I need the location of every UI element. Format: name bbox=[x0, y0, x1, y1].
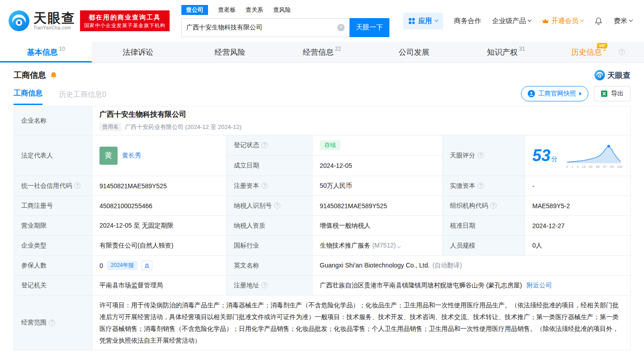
tab-history-info[interactable]: 历史信息 1 VIP bbox=[552, 42, 644, 62]
subtab-business-info[interactable]: 工商信息 bbox=[14, 89, 43, 105]
export-button[interactable]: 导出 bbox=[594, 86, 630, 101]
field-label-credit-code: 统一社会信用代码 bbox=[14, 176, 92, 196]
username-label: 费米 bbox=[614, 17, 627, 25]
field-value-paid-capital: - bbox=[525, 176, 631, 196]
chevron-down-icon bbox=[435, 18, 438, 22]
tab-basic-info[interactable]: 基本信息 10 bbox=[0, 42, 92, 62]
field-label-paid-capital: 实缴资本 bbox=[443, 176, 525, 196]
score-block: 53分 0 1 3 15 50 85 bbox=[532, 143, 623, 168]
slogan-line2: 国家中小企业发展子基金旗下机构 bbox=[84, 22, 166, 29]
score-distribution-chart: 0 1 3 15 50 85 97 99 100 bbox=[565, 143, 623, 168]
field-label-industry: 国标行业 bbox=[227, 236, 313, 256]
tab-company-development[interactable]: 公司发展 bbox=[368, 42, 460, 62]
tab-label: 经营风险 bbox=[215, 47, 246, 57]
search-area: 查公司 查老板 查关系 查风险 × 天眼一下 bbox=[181, 5, 389, 37]
logo-title: 天眼查 bbox=[33, 11, 76, 25]
help-icon[interactable] bbox=[478, 182, 484, 189]
search-tab-boss[interactable]: 查老板 bbox=[218, 6, 236, 14]
official-snapshot-button[interactable]: 工商官网快照 bbox=[521, 86, 588, 101]
tab-legal-proceedings[interactable]: 法律诉讼 bbox=[92, 42, 184, 62]
tianyancha-logo[interactable]: 天眼查 TianYanCha.com bbox=[8, 10, 76, 32]
user-menu[interactable]: 费米 bbox=[614, 17, 632, 25]
chevron-down-icon bbox=[528, 18, 531, 22]
search-tab-company[interactable]: 查公司 bbox=[181, 5, 208, 15]
field-label-taxpayer-id: 纳税人识别号 bbox=[227, 196, 313, 216]
help-icon[interactable] bbox=[619, 49, 625, 55]
score-unit: 分 bbox=[551, 155, 558, 162]
table-row: 法定代表人 黄 黄长秀 登记状态 存续 天眼评分 53分 bbox=[14, 135, 631, 156]
field-label-reg-status: 登记状态 bbox=[227, 135, 313, 156]
search-input[interactable] bbox=[186, 24, 337, 31]
business-info-table: 企业名称 广西十安生物科技有限公司 曾用名 广西十安药业有限公司 (2024-1… bbox=[14, 106, 631, 350]
field-label-org-code: 组织机构代码 bbox=[443, 196, 525, 216]
status-badge: 存续 bbox=[320, 140, 341, 150]
tab-operating-info[interactable]: 经营信息 22 bbox=[276, 42, 368, 62]
subtab-actions: 工商官网快照 导出 bbox=[521, 86, 630, 105]
field-label-reg-authority: 登记机关 bbox=[14, 276, 92, 296]
field-value-reg-capital: 50万人民币 bbox=[313, 176, 443, 196]
field-label-approval-date: 核准日期 bbox=[443, 216, 525, 236]
field-label-business-term: 营业期限 bbox=[14, 216, 92, 236]
help-icon[interactable] bbox=[261, 282, 268, 288]
excel-icon bbox=[601, 90, 608, 97]
tab-count: 10 bbox=[59, 46, 65, 52]
arrow-right-icon bbox=[579, 92, 582, 95]
tianyancha-logo-icon bbox=[8, 10, 30, 32]
vip-upgrade-menu[interactable]: 开通会员 bbox=[542, 17, 583, 25]
subscribe-bell-button[interactable] bbox=[50, 72, 57, 79]
field-label-company-name: 企业名称 bbox=[14, 106, 92, 135]
apps-menu-label: 应用 bbox=[418, 17, 432, 25]
annual-report-badge[interactable]: 2024年报 bbox=[107, 261, 137, 270]
help-icon[interactable] bbox=[74, 182, 80, 189]
field-value-staff-size: 0人 bbox=[525, 236, 631, 256]
slogan-line1: 都在用的商业查询工具 bbox=[84, 13, 166, 22]
apps-menu[interactable]: 应用 bbox=[403, 13, 443, 29]
help-icon[interactable] bbox=[49, 320, 55, 326]
score-value: 53分 bbox=[532, 148, 558, 164]
clear-icon[interactable]: × bbox=[337, 24, 345, 31]
help-icon[interactable] bbox=[478, 152, 484, 158]
business-scope-text: 许可项目：用于传染病防治的消毒产品生产；消毒器械生产；消毒剂生产（不含危险化学品… bbox=[99, 299, 623, 346]
help-icon[interactable] bbox=[274, 202, 280, 209]
enterprise-products-menu[interactable]: 企业级产品 bbox=[492, 17, 531, 25]
tab-operating-risk[interactable]: 经营风险 bbox=[184, 42, 276, 62]
notifications-button[interactable] bbox=[594, 17, 603, 25]
search-tab-relation[interactable]: 查关系 bbox=[246, 6, 263, 14]
legal-rep-link[interactable]: 黄长秀 bbox=[122, 152, 141, 160]
sparkline-curve bbox=[565, 143, 623, 164]
business-cooperation-link[interactable]: 商务合作 bbox=[454, 17, 481, 25]
help-icon[interactable] bbox=[261, 142, 268, 148]
former-name: 广西十安药业有限公司 (2024-12 至 2024-12) bbox=[125, 123, 242, 131]
field-value-org-code: MAE589Y5-2 bbox=[525, 196, 631, 216]
table-row: 企业类型 有限责任公司(自然人独资) 国标行业 生物技术推广服务(M7512) … bbox=[14, 236, 631, 256]
field-value-company-type: 有限责任公司(自然人独资) bbox=[92, 236, 227, 256]
person-badge-icon bbox=[528, 90, 535, 97]
institution-icon[interactable] bbox=[142, 261, 152, 270]
search-input-wrap: × bbox=[181, 18, 350, 37]
avatar[interactable]: 黄 bbox=[99, 147, 118, 165]
table-row: 企业名称 广西十安生物科技有限公司 曾用名 广西十安药业有限公司 (2024-1… bbox=[14, 106, 631, 135]
chevron-down-icon[interactable] bbox=[397, 244, 401, 248]
header-right-nav: 应用 商务合作 企业级产品 开通会员 费米 bbox=[403, 13, 632, 29]
bell-icon bbox=[594, 17, 603, 25]
search-tab-risk[interactable]: 查风险 bbox=[273, 6, 291, 14]
former-name-badge: 曾用名 bbox=[99, 123, 121, 131]
tab-count: 22 bbox=[335, 46, 341, 52]
field-value-score: 53分 0 1 3 15 50 85 bbox=[525, 135, 631, 176]
vip-upgrade-label: 开通会员 bbox=[551, 17, 578, 25]
tab-label: 知识产权 bbox=[487, 47, 518, 57]
chevron-down-icon bbox=[580, 18, 584, 22]
field-value-business-scope: 许可项目：用于传染病防治的消毒产品生产；消毒器械生产；消毒剂生产（不含危险化学品… bbox=[92, 296, 631, 350]
field-value-industry: 生物技术推广服务(M7512) bbox=[313, 236, 443, 256]
search-row: × 天眼一下 bbox=[181, 18, 389, 37]
company-name: 广西十安生物科技有限公司 bbox=[99, 110, 623, 119]
enterprise-products-label: 企业级产品 bbox=[492, 17, 526, 25]
subtab-history-business-info[interactable]: 历史工商信息0 bbox=[59, 90, 106, 105]
field-value-approval-date: 2024-12-27 bbox=[525, 216, 631, 236]
help-icon[interactable] bbox=[261, 182, 268, 189]
tab-intellectual-property[interactable]: 知识产权 31 bbox=[460, 42, 552, 62]
table-row: 经营范围 许可项目：用于传染病防治的消毒产品生产；消毒器械生产；消毒剂生产（不含… bbox=[14, 296, 631, 350]
search-button[interactable]: 天眼一下 bbox=[350, 18, 389, 37]
help-icon[interactable] bbox=[490, 202, 497, 209]
nearby-companies-link[interactable]: 附近公司 bbox=[526, 282, 552, 289]
